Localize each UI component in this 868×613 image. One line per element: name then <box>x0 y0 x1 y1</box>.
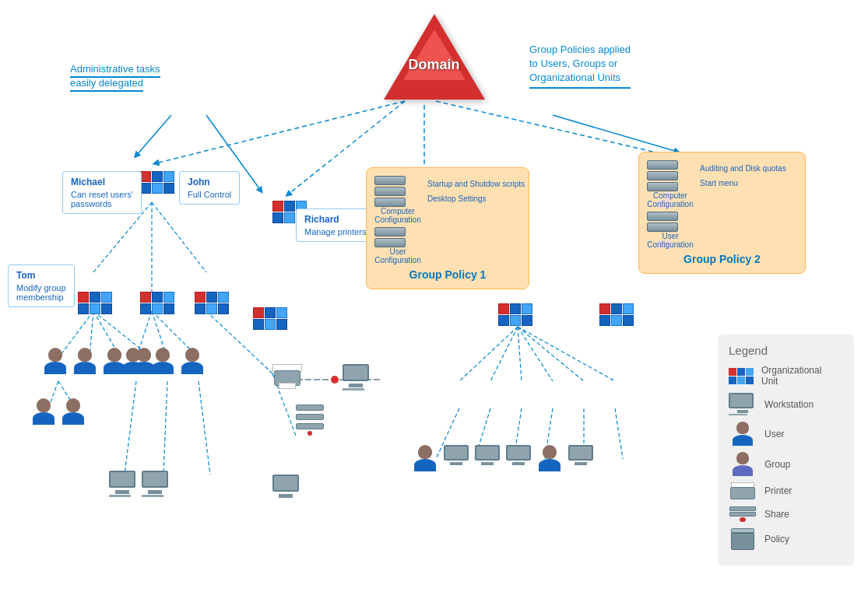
svg-line-35 <box>136 115 171 156</box>
user-icon <box>121 346 146 374</box>
user-icon <box>31 397 56 425</box>
workstation-icon <box>109 471 135 497</box>
user-icon <box>413 443 438 471</box>
user-icon <box>180 346 205 374</box>
ou-right-mid <box>498 303 532 326</box>
legend-user-icon <box>729 422 757 446</box>
legend-group: Group <box>729 452 843 476</box>
legend-workstation: Workstation <box>729 393 843 415</box>
svg-line-16 <box>125 381 136 475</box>
ou-left-top <box>140 171 174 194</box>
user-icon <box>72 346 97 374</box>
legend-user: User <box>729 422 843 446</box>
workstation-mid <box>343 364 369 391</box>
user-icon <box>61 397 86 425</box>
legend-share: Share <box>729 506 843 522</box>
workstation-bottom-mid <box>272 475 299 498</box>
workstation-icon <box>568 445 593 471</box>
computer-config-icon2 <box>647 160 694 191</box>
user-icon <box>150 346 175 374</box>
domain-label: Domain <box>408 57 459 73</box>
legend-share-icon <box>729 506 757 522</box>
workstation-icon <box>506 445 531 471</box>
user-config-icon2 <box>647 212 694 232</box>
legend-policy: Policy <box>729 528 843 550</box>
svg-line-25 <box>518 327 584 381</box>
delegate-tom: Tom Modify group membership <box>8 264 75 307</box>
share-container <box>296 405 324 436</box>
svg-line-2 <box>436 101 669 156</box>
legend-printer-icon <box>729 482 757 499</box>
legend-box: Legend OrganizationalUnit Workstation Us… <box>718 335 854 566</box>
workstations-bottom-left <box>109 471 168 497</box>
svg-point-34 <box>331 376 339 384</box>
legend-printer: Printer <box>729 482 843 499</box>
printer-icon <box>272 364 302 392</box>
user-group-row2 <box>31 397 86 425</box>
domain-container: Domain <box>372 14 497 100</box>
svg-line-26 <box>518 327 615 381</box>
ou-right-top <box>599 303 634 326</box>
svg-line-6 <box>152 202 206 272</box>
workstation-icon <box>142 471 168 497</box>
computer-config-icon <box>374 176 421 207</box>
user-icon <box>537 443 562 471</box>
delegate-john: John Full Control <box>179 171 240 205</box>
printer-container <box>272 364 302 392</box>
svg-line-32 <box>615 408 623 459</box>
user-icon <box>43 346 68 374</box>
right-annotation: Group Policies applied to Users, Groups … <box>529 43 631 89</box>
share-icon <box>296 405 324 429</box>
delegate-michael: Michael Can reset users' passwords <box>62 171 142 214</box>
user-config-icon <box>374 227 421 247</box>
delegate-richard: Richard Manage printers <box>296 208 375 242</box>
workstation-icon <box>475 445 500 471</box>
ou-sub3 <box>195 292 229 314</box>
user-group-row3 <box>121 346 205 374</box>
ou-printer-area <box>253 307 287 330</box>
gp1-box: Computer Configuration User Configuratio… <box>366 167 529 289</box>
ou-sub2 <box>140 292 174 314</box>
users-bottom-right <box>413 443 593 471</box>
svg-line-0 <box>156 101 405 163</box>
legend-policy-icon <box>729 528 757 550</box>
svg-line-17 <box>163 381 167 475</box>
svg-line-21 <box>459 327 518 381</box>
svg-line-22 <box>490 327 518 381</box>
workstation-icon <box>444 445 469 471</box>
svg-line-24 <box>518 327 553 381</box>
legend-ou: OrganizationalUnit <box>729 365 843 387</box>
ou-sub1 <box>78 292 112 314</box>
left-annotation: Administrative tasks easily delegated <box>70 62 160 90</box>
svg-line-18 <box>199 381 210 475</box>
svg-line-37 <box>553 115 677 152</box>
legend-group-icon <box>729 452 757 476</box>
gp2-box: Computer Configuration User Configuratio… <box>638 152 806 274</box>
svg-line-23 <box>518 327 522 381</box>
legend-workstation-icon <box>729 393 757 415</box>
legend-ou-icon <box>729 368 754 384</box>
